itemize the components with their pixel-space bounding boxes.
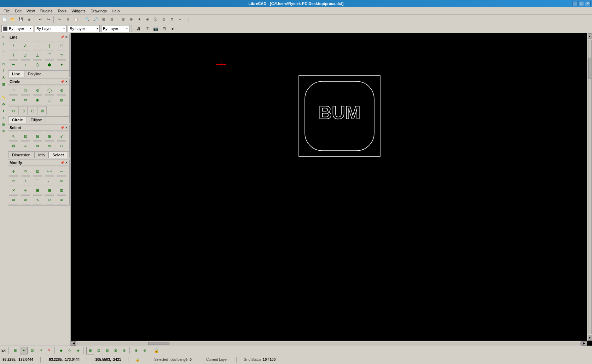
bt-snap-pt2[interactable]: ◇ xyxy=(66,347,74,354)
line-rect[interactable]: □ xyxy=(57,41,66,50)
line-tangent1[interactable]: ⌒ xyxy=(45,51,54,60)
h-scroll-track[interactable] xyxy=(77,342,581,345)
strip-dimension[interactable]: ↔ xyxy=(0,88,7,94)
line-group-close[interactable]: ✕ xyxy=(65,35,68,39)
mod-chamfer[interactable]: ⌐ xyxy=(45,176,54,185)
v-scroll-track[interactable] xyxy=(588,40,592,334)
scroll-right-btn[interactable]: ▶ xyxy=(581,341,587,346)
bt-snap-delete[interactable]: ✕ xyxy=(45,347,53,354)
bt-lock-icon[interactable]: 🔒 xyxy=(153,347,161,354)
circle-arc2[interactable]: ⊞ xyxy=(18,106,28,115)
line-polygon2[interactable]: ⬢ xyxy=(45,60,54,69)
h-scrollbar[interactable]: ◀ ▶ xyxy=(71,341,587,346)
mod-extra6[interactable]: ∿ xyxy=(33,195,42,204)
tab-select[interactable]: Select xyxy=(48,152,68,158)
line-tangent2[interactable]: ⊃ xyxy=(57,51,66,60)
strip-modify[interactable]: ⚙ xyxy=(0,101,7,108)
bt-view5[interactable]: ⊛ xyxy=(120,347,128,354)
mod-extra7[interactable]: ⊝ xyxy=(45,195,54,204)
bt-add2[interactable]: ⊖ xyxy=(141,347,149,354)
bt-grid-snap[interactable]: ⊞ xyxy=(11,347,19,354)
sel-single[interactable]: ↖ xyxy=(9,132,18,141)
sel-crossing[interactable]: ⊟ xyxy=(33,132,42,141)
paste-btn[interactable]: 📋 xyxy=(72,16,80,23)
ortho-btn[interactable]: ⊕ xyxy=(127,16,135,23)
circle-extra[interactable]: ◌ xyxy=(45,95,54,104)
circle-t3[interactable]: ⊜ xyxy=(21,95,30,104)
line-angle[interactable]: ∠ xyxy=(21,41,30,50)
layer-select[interactable]: By Layer ▾ xyxy=(1,25,33,32)
circle-cr2[interactable]: ⊚ xyxy=(57,86,66,95)
open-btn[interactable]: 📂 xyxy=(9,16,17,23)
mod-scale[interactable]: ⊡ xyxy=(33,167,42,176)
paste-special-icon[interactable]: ⊟ xyxy=(161,25,168,32)
grid-btn[interactable]: ⊞ xyxy=(119,16,127,23)
bt-view1[interactable]: ⊞ xyxy=(86,347,94,354)
modify-group-pin[interactable]: 📌 xyxy=(60,161,64,164)
scroll-up-btn[interactable]: ▲ xyxy=(588,33,592,39)
bt-view4[interactable]: ⊠ xyxy=(112,347,120,354)
zoom-fit-btn[interactable]: ⊞ xyxy=(100,16,108,23)
linewidth-select[interactable]: By Layer ▾ xyxy=(101,25,129,32)
redo-btn[interactable]: ↪ xyxy=(45,16,52,23)
mod-extra5[interactable]: ⊚ xyxy=(21,195,30,204)
cut-btn[interactable]: ✂ xyxy=(56,16,64,23)
bt-snap-free[interactable]: ✦ xyxy=(20,347,28,354)
tab-info[interactable]: Info xyxy=(34,152,48,158)
mod-trim[interactable]: ✂ xyxy=(9,176,18,185)
line-2pt[interactable]: / xyxy=(9,41,18,50)
sel-inv[interactable]: ⊠ xyxy=(9,141,18,150)
menu-plugins[interactable]: Plugins xyxy=(37,8,54,14)
line-group-pin[interactable]: 📌 xyxy=(60,35,64,39)
circle-arc4[interactable]: ⊠ xyxy=(37,106,47,115)
line-vert[interactable]: | xyxy=(45,41,54,50)
tab-ellipse[interactable]: Ellipse xyxy=(27,117,46,123)
mod-move[interactable]: ✛ xyxy=(9,167,18,176)
line-relative[interactable]: + xyxy=(21,60,30,69)
mod-extra3[interactable]: ⊠ xyxy=(57,186,66,195)
tab-line[interactable]: Line xyxy=(8,71,24,77)
bt-snap-grid[interactable]: ⊡ xyxy=(28,347,36,354)
close-btn[interactable]: ✕ xyxy=(585,1,591,6)
tab-dimension[interactable]: Dimension xyxy=(8,152,34,158)
circle-arc3[interactable]: ⊟ xyxy=(28,106,37,115)
strip-hatch[interactable]: ▦ xyxy=(0,81,7,87)
v-scrollbar[interactable]: ▲ ▼ xyxy=(587,33,592,341)
menu-drawings[interactable]: Drawings xyxy=(88,8,109,14)
circle-t2r[interactable]: ◉ xyxy=(33,95,42,104)
line-bisect[interactable]: ⊥ xyxy=(33,51,42,60)
new-btn[interactable]: 📄 xyxy=(1,16,8,23)
mod-attr[interactable]: ≡ xyxy=(21,186,30,195)
restrict-btn[interactable]: ⊗ xyxy=(144,16,151,23)
menu-file[interactable]: File xyxy=(1,8,12,14)
undo-btn[interactable]: ↩ xyxy=(36,16,44,23)
h-scroll-thumb[interactable] xyxy=(148,342,169,345)
circle-group-pin[interactable]: 📌 xyxy=(60,80,64,83)
color-select[interactable]: By Layer ▾ xyxy=(35,25,66,32)
line-horiz[interactable]: — xyxy=(33,41,42,50)
maximize-btn[interactable]: □ xyxy=(579,1,584,6)
copy-btn[interactable]: ⎘ xyxy=(64,16,72,23)
select-group-pin[interactable]: 📌 xyxy=(60,126,64,129)
strip-layer[interactable]: ≡ xyxy=(0,115,7,121)
minimize-btn[interactable]: _ xyxy=(572,1,578,6)
mod-explode[interactable]: ⊕ xyxy=(57,176,66,185)
line-parallel[interactable]: // xyxy=(21,51,30,60)
bt-snap-end[interactable]: ↗ xyxy=(37,347,45,354)
mod-extend[interactable]: ↕ xyxy=(21,176,30,185)
circle-t2[interactable]: ⊛ xyxy=(9,95,18,104)
menu-edit[interactable]: Edit xyxy=(13,8,24,14)
strip-circle[interactable]: ○ xyxy=(0,47,7,54)
bt-view3[interactable]: ⊟ xyxy=(103,347,111,354)
strip-block[interactable]: ⊞ xyxy=(0,121,7,128)
mod-extra8[interactable]: ⊜ xyxy=(57,195,66,204)
mod-fillet[interactable]: ⌒ xyxy=(33,176,42,185)
v-scroll-thumb[interactable] xyxy=(588,58,591,79)
line-perp[interactable]: ⊢ xyxy=(9,60,18,69)
text-style-btn[interactable]: A xyxy=(135,25,142,32)
print-btn[interactable]: 🖨 xyxy=(25,16,33,23)
zoom-in-btn[interactable]: 🔍 xyxy=(83,16,91,23)
circle-2pt[interactable]: ◎ xyxy=(21,86,30,95)
bt-snap-pt3[interactable]: ◈ xyxy=(74,347,82,354)
select-group-close[interactable]: ✕ xyxy=(65,126,68,129)
